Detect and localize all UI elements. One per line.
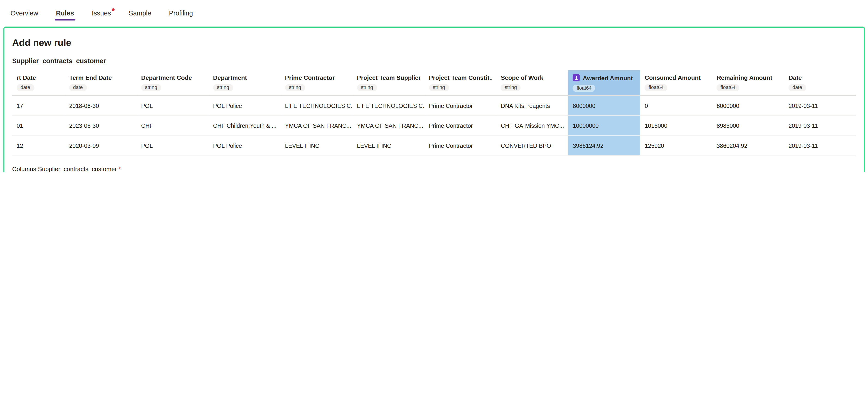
tab-sample[interactable]: Sample xyxy=(128,7,152,22)
table-cell: Prime Contractor xyxy=(425,136,497,155)
column-name: Department xyxy=(213,74,247,81)
tab-label: Rules xyxy=(56,9,74,17)
table-cell: 2023-06-30 xyxy=(65,116,137,136)
table-cell: POL xyxy=(137,136,209,155)
tab-label: Overview xyxy=(10,9,38,17)
column-type-chip: string xyxy=(141,84,161,91)
column-name: Prime Contractor xyxy=(285,74,335,81)
column-name: rt Date xyxy=(17,74,36,81)
table-cell: 2019-03-11 xyxy=(784,96,856,116)
table-cell: 8985000 xyxy=(712,116,784,136)
column-header-scope-of-work[interactable]: Scope of Workstring xyxy=(496,70,568,96)
column-header-consumed-amount[interactable]: Consumed Amountfloat64 xyxy=(640,70,712,96)
table-cell: CHF-GA-Mission YMC... xyxy=(496,116,568,136)
tab-issues[interactable]: Issues xyxy=(91,7,112,22)
table-cell: YMCA OF SAN FRANC... xyxy=(352,116,425,136)
column-name: Remaining Amount xyxy=(717,74,772,81)
tab-label: Sample xyxy=(129,9,151,17)
table-cell: POL Police xyxy=(209,96,281,116)
column-name: Awarded Amount xyxy=(583,74,633,81)
table-cell: 3986124.92 xyxy=(568,136,640,155)
column-header-remaining-amount[interactable]: Remaining Amountfloat64 xyxy=(712,70,784,96)
tab-profiling[interactable]: Profiling xyxy=(168,7,194,22)
table-cell: POL xyxy=(137,96,209,116)
tab-overview[interactable]: Overview xyxy=(9,7,39,22)
issues-alert-dot xyxy=(112,8,115,11)
table-cell: 12 xyxy=(12,136,65,155)
column-index-badge: 1 xyxy=(573,74,580,82)
column-name: Term End Date xyxy=(69,74,112,81)
table-cell: 17 xyxy=(12,96,65,116)
table-name: Supplier_contracts_customer xyxy=(12,57,856,65)
table-cell: 01 xyxy=(12,116,65,136)
table-cell: DNA Kits, reagents xyxy=(496,96,568,116)
column-header-department[interactable]: Departmentstring xyxy=(209,70,281,96)
data-preview-table: rt DatedateTerm End DatedateDepartment C… xyxy=(12,70,856,156)
table-cell: LIFE TECHNOLOGIES C... xyxy=(281,96,352,116)
table-cell: POL Police xyxy=(209,136,281,155)
column-header-project-team-supplier[interactable]: Project Team Supplierstring xyxy=(352,70,425,96)
column-name: Scope of Work xyxy=(501,74,544,81)
column-header-prime-contractor[interactable]: Prime Contractorstring xyxy=(281,70,352,96)
column-type-chip: float64 xyxy=(573,85,595,92)
tab-label: Issues xyxy=(92,9,111,17)
columns-label-text: Columns Supplier_contracts_customer xyxy=(12,165,117,172)
table-cell: Prime Contractor xyxy=(425,116,497,136)
column-header-project-team-constit[interactable]: Project Team Constit...string xyxy=(425,70,497,96)
column-header-rt-date[interactable]: rt Datedate xyxy=(12,70,65,96)
table-cell: 0 xyxy=(640,96,712,116)
column-type-chip: string xyxy=(357,84,377,91)
table-cell: LEVEL II INC xyxy=(281,136,352,155)
table-cell: YMCA OF SAN FRANC... xyxy=(281,116,352,136)
column-type-chip: float64 xyxy=(717,84,739,91)
table-cell: 125920 xyxy=(640,136,712,155)
page: OverviewRulesIssuesSampleProfiling Add n… xyxy=(0,0,868,172)
tab-rules[interactable]: Rules xyxy=(55,7,75,22)
column-name: Department Code xyxy=(141,74,192,81)
table-cell: Prime Contractor xyxy=(425,96,497,116)
required-marker: * xyxy=(118,165,121,172)
column-name: Project Team Constit... xyxy=(429,74,492,81)
column-header-department-code[interactable]: Department Codestring xyxy=(137,70,209,96)
column-type-chip: date xyxy=(788,84,806,91)
column-name: Project Team Supplier xyxy=(357,74,420,81)
table-cell: 2019-03-11 xyxy=(784,116,856,136)
table-cell: CHF xyxy=(137,116,209,136)
table-cell: 2019-03-11 xyxy=(784,136,856,155)
column-type-chip: string xyxy=(429,84,449,91)
column-name: Consumed Amount xyxy=(645,74,701,81)
table-cell: CHF Children;Youth & ... xyxy=(209,116,281,136)
table-cell: 2018-06-30 xyxy=(65,96,137,116)
column-type-chip: float64 xyxy=(645,84,667,91)
table-cell: 8000000 xyxy=(568,96,640,116)
table-cell: 2020-03-09 xyxy=(65,136,137,155)
column-type-chip: date xyxy=(69,84,87,91)
table-cell: CONVERTED BPO xyxy=(496,136,568,155)
column-header-awarded-amount[interactable]: 1Awarded Amountfloat64 xyxy=(568,70,640,96)
column-type-chip: string xyxy=(213,84,233,91)
table-cell: 8000000 xyxy=(712,96,784,116)
column-header-date[interactable]: Datedate xyxy=(784,70,856,96)
table-cell: LIFE TECHNOLOGIES C... xyxy=(352,96,425,116)
column-type-chip: string xyxy=(501,84,521,91)
tab-bar: OverviewRulesIssuesSampleProfiling xyxy=(0,0,868,22)
column-type-chip: string xyxy=(285,84,305,91)
table-cell: 1015000 xyxy=(640,116,712,136)
table-cell: LEVEL II INC xyxy=(352,136,425,155)
table-cell: 3860204.92 xyxy=(712,136,784,155)
tab-label: Profiling xyxy=(169,9,193,17)
add-rule-panel: Add new rule Supplier_contracts_customer… xyxy=(3,27,865,172)
page-title: Add new rule xyxy=(12,38,856,49)
columns-field-label: Columns Supplier_contracts_customer * xyxy=(12,165,856,172)
table-cell: 10000000 xyxy=(568,116,640,136)
column-header-term-end-date[interactable]: Term End Datedate xyxy=(65,70,137,96)
column-name: Date xyxy=(788,74,802,81)
column-type-chip: date xyxy=(17,84,34,91)
